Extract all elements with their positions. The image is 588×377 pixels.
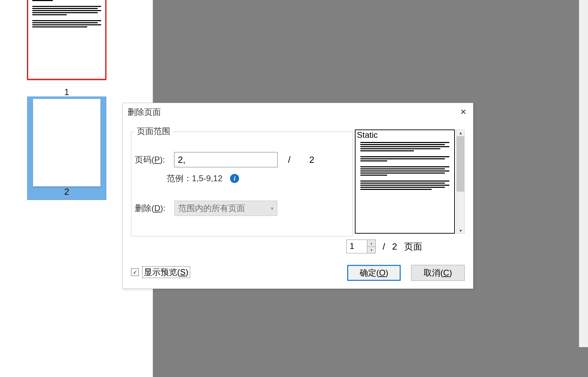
thumbnail-page-2-label: 2 xyxy=(27,186,106,197)
scroll-up-icon[interactable]: ▴ xyxy=(457,130,464,135)
page-range-example: 范例：1,5-9,12 i xyxy=(167,173,239,184)
delete-scope-combo[interactable]: 范围内的所有页面 ▾ xyxy=(174,201,277,216)
spinner-slash: / xyxy=(383,241,385,252)
show-preview-checkbox-row: ✓ 显示预览(S) xyxy=(131,266,190,278)
thumbnail-page-2[interactable]: 2 xyxy=(27,97,106,200)
spinner-unit: 页面 xyxy=(404,241,422,253)
page-slash: / xyxy=(288,154,291,165)
spinner-total: 2 xyxy=(392,241,397,252)
ok-button[interactable]: 确定(O) xyxy=(347,265,401,281)
preview-pane: Static xyxy=(355,129,455,234)
dialog-titlebar[interactable]: 删除页面 ✕ xyxy=(123,103,473,121)
example-text: 范例：1,5-9,12 xyxy=(167,173,222,184)
page-range-groupbox: 页面范围 页码(P): / 2 范例：1,5-9,12 i 删除(D): 范围内… xyxy=(131,132,353,236)
thumbnail-page-1-label: 1 xyxy=(27,87,106,98)
page-number-label: 页码(P): xyxy=(135,154,165,165)
delete-scope-value: 范围内的所有页面 xyxy=(178,203,245,214)
page-number-input[interactable] xyxy=(174,152,278,167)
preview-caption: Static xyxy=(357,130,378,140)
thumbnail-page-1-preview xyxy=(27,0,106,80)
show-preview-checkbox[interactable]: ✓ xyxy=(131,268,139,276)
close-icon[interactable]: ✕ xyxy=(459,108,467,117)
preview-page-nav: 1 ▴ ▾ / 2 页面 xyxy=(346,239,465,254)
thumbnail-page-2-preview xyxy=(33,99,100,186)
spinner-down-icon[interactable]: ▾ xyxy=(367,246,375,253)
cancel-button[interactable]: 取消(C) xyxy=(411,265,465,281)
chevron-down-icon: ▾ xyxy=(271,205,273,212)
page-total: 2 xyxy=(309,154,314,165)
scroll-down-icon[interactable]: ▾ xyxy=(457,228,464,233)
show-preview-label[interactable]: 显示预览(S) xyxy=(142,266,190,278)
scroll-thumb[interactable] xyxy=(457,136,464,192)
preview-page-spinner[interactable]: 1 ▴ ▾ xyxy=(346,240,376,253)
viewer-scrollbar[interactable] xyxy=(579,0,588,347)
delete-scope-label: 删除(D): xyxy=(135,203,165,214)
thumbnail-page-2-selection xyxy=(27,97,106,200)
spinner-value[interactable]: 1 xyxy=(347,240,367,253)
thumbnail-page-1[interactable]: 1 xyxy=(27,0,106,98)
dialog-title: 删除页面 xyxy=(128,107,161,118)
page-range-legend: 页面范围 xyxy=(135,126,172,137)
delete-pages-dialog: 删除页面 ✕ 页面范围 页码(P): / 2 范例：1,5-9,12 i 删除(… xyxy=(122,103,473,289)
preview-scrollbar[interactable]: ▴ ▾ xyxy=(456,129,465,234)
spinner-up-icon[interactable]: ▴ xyxy=(367,240,375,246)
info-icon[interactable]: i xyxy=(230,174,239,183)
